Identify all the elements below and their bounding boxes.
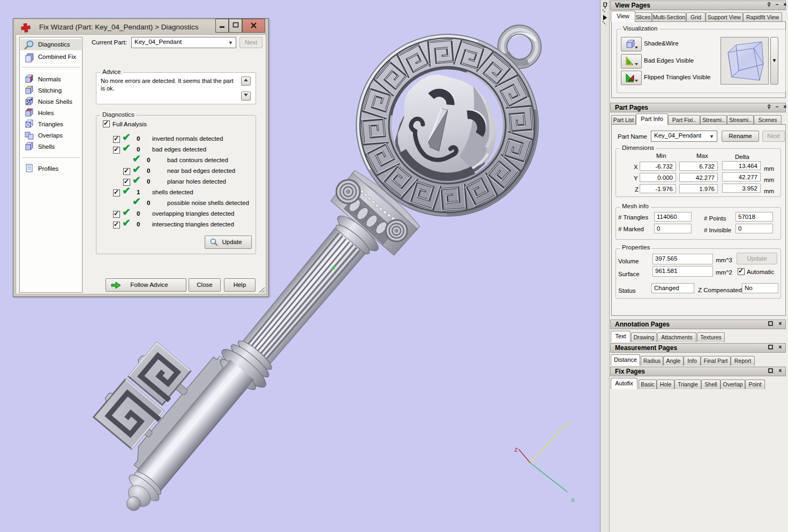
- svg-text:X: X: [571, 497, 575, 504]
- svg-text:Z: Z: [514, 447, 518, 453]
- svg-text:Y: Y: [568, 420, 572, 427]
